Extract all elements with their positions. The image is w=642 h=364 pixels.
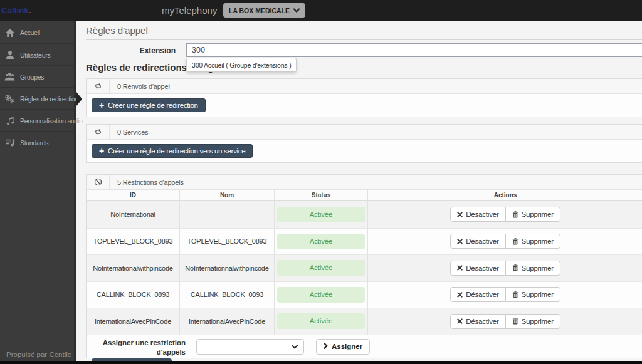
deactivate-button[interactable]: Désactiver [450,207,505,222]
trash-icon [512,238,518,245]
sidebar-nav: Accueil Utilisateurs Groupes Règles de r… [0,21,74,153]
extension-suggestion-item[interactable]: 300 Accueil ( Groupe d'extensions ) [186,58,297,72]
extension-label: Extension [76,46,176,55]
column-header-id: ID [87,190,180,200]
trash-icon [512,318,518,325]
repeat-icon [87,125,110,139]
cell-nom: CALLINK_BLOCK_0893 [180,282,275,308]
cell-status: Activée [275,308,368,335]
create-service-redirect-rule-button[interactable]: + Créer une règle de redirection vers un… [92,144,253,158]
home-icon [4,28,15,38]
assign-button-label: Assigner [332,343,362,350]
services-panel: 0 Services + Créer une règle de redirect… [86,124,642,163]
renvois-panel-body: + Créer une règle de redirection [87,94,642,117]
deactivate-button[interactable]: Désactiver [450,261,505,276]
delete-button[interactable]: Supprimer [505,234,560,249]
delete-button[interactable]: Supprimer [505,207,560,222]
sidebar-item-label: Accueil [20,29,40,36]
create-service-redirect-rule-label: Créer une règle de redirection vers un s… [108,147,246,155]
restrictions-table-header: ID Nom Status Actions [87,190,642,201]
plus-icon: + [99,147,104,155]
delete-label: Supprimer [522,264,554,272]
sidebar-item-label: Personnalisation audio [20,117,83,125]
extension-input[interactable] [186,43,642,57]
page-title: Règles d'appel [86,25,148,36]
restrictions-panel: 5 Restrictions d'appels ID Nom Status Ac… [86,174,642,358]
active-item-arrow [76,92,82,106]
deactivate-label: Désactiver [466,318,498,325]
cell-status: Activée [275,201,368,228]
cell-actions: Désactiver Supprimer [368,229,642,255]
deactivate-label: Désactiver [466,211,498,218]
powered-by-text: Propulsé par Centile [6,351,71,358]
assign-button[interactable]: Assigner [316,339,370,355]
services-panel-body: + Créer une règle de redirection vers un… [87,140,642,162]
table-row: TOPLEVEL_BLOCK_0893 TOPLEVEL_BLOCK_0893 … [87,228,642,255]
cell-nom: InternationalAvecPinCode [180,308,275,335]
sidebar-item-accueil[interactable]: Accueil [0,22,74,44]
sidebar-item-label: Groupes [20,73,44,81]
sidebar-item-personnalisation-audio[interactable]: Personnalisation audio [0,110,74,132]
main-content: Règles d'appel Extension 300 Accueil ( G… [76,21,642,364]
app-title: myTelephony [162,0,217,21]
create-redirect-rule-button[interactable]: + Créer une règle de redirection [92,98,206,112]
assign-label-line2: d'appels [87,348,186,358]
services-panel-header: 0 Services [87,125,642,140]
sidebar-item-utilisateurs[interactable]: Utilisateurs [0,44,74,66]
x-icon [457,265,463,271]
cell-status: Activée [275,229,368,255]
music-note-icon [4,116,15,126]
account-selector-button[interactable]: LA BOX MEDICALE [223,3,305,18]
user-icon [4,50,15,60]
sidebar-item-groupes[interactable]: Groupes [0,66,74,88]
assign-restriction-row: Assigner une restriction d'appels Assign… [87,335,642,358]
delete-label: Supprimer [522,211,554,218]
deactivate-button[interactable]: Désactiver [450,234,505,249]
cell-actions: Désactiver Supprimer [368,282,642,308]
plus-icon: + [99,101,104,110]
table-row: NoInternationalwithpincode NoInternation… [87,254,642,281]
delete-label: Supprimer [522,237,554,245]
x-icon [457,292,463,298]
trash-icon [512,264,518,271]
logo-dot: . [29,6,31,15]
cell-actions: Désactiver Supprimer [368,308,642,335]
delete-button[interactable]: Supprimer [505,314,560,329]
list-note-icon [4,138,15,148]
top-bar: Callink. myTelephony LA BOX MEDICALE [0,0,642,21]
services-count-label: 0 Services [110,125,148,139]
cell-id: InternationalAvecPinCode [87,308,180,335]
cell-id: TOPLEVEL_BLOCK_0893 [87,229,180,255]
sidebar-item-label: Règles de redirections [20,95,82,103]
restriction-select[interactable] [196,339,304,355]
trash-icon [512,211,518,218]
cell-id: CALLINK_BLOCK_0893 [87,282,180,308]
renvois-panel-header: 0 Renvois d'appel [87,79,642,94]
assign-label-line1: Assigner une restriction [87,338,186,348]
deactivate-label: Désactiver [466,291,498,298]
deactivate-button[interactable]: Désactiver [450,287,505,302]
status-badge: Activée [277,313,365,329]
cell-nom: TOPLEVEL_BLOCK_0893 [180,229,275,255]
deactivate-button[interactable]: Désactiver [450,314,505,329]
cell-nom: NoInternationnalwithpincode [180,255,275,281]
sidebar-item-regles-de-redirections[interactable]: Règles de redirections [0,88,74,110]
column-header-status: Status [275,190,368,200]
cell-actions: Désactiver Supprimer [368,201,642,228]
delete-button[interactable]: Supprimer [505,261,560,276]
sidebar-item-label: Utilisateurs [20,51,50,59]
restrictions-panel-header: 5 Restrictions d'appels [87,175,642,190]
delete-button[interactable]: Supprimer [505,287,560,302]
delete-label: Supprimer [522,291,554,298]
callink-logo[interactable]: Callink. [1,0,31,21]
logo-text: Callink [1,6,29,15]
deactivate-label: Désactiver [466,237,498,245]
cell-id: NoInternationalwithpincode [87,255,180,281]
ban-icon [87,175,110,189]
chevron-right-icon [324,343,328,350]
x-icon [457,318,463,324]
cell-status: Activée [275,255,368,281]
table-row: NoInternational Activée Désactiver Suppr… [87,201,642,228]
sidebar-item-standards[interactable]: Standards [0,132,74,153]
account-selector-label: LA BOX MEDICALE [229,7,290,14]
